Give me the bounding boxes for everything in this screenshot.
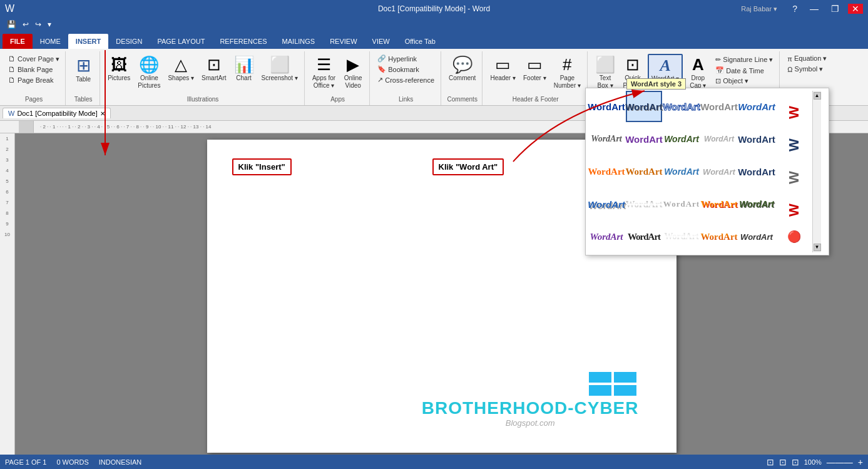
wordart-item-11[interactable]: WordArt [738,123,775,155]
hyperlink-btn[interactable]: 🔗 Hyperlink [375,54,437,63]
wordart-item-28[interactable]: WordArt [701,221,737,252]
tab-mailings[interactable]: MAILINGS [275,34,323,49]
svg-rect-2 [589,385,611,396]
equation-btn[interactable]: π Equation ▾ [785,54,829,63]
chart-btn[interactable]: 📊 Chart [232,54,257,83]
drop-cap-btn[interactable]: A DropCap ▾ [685,54,710,91]
links-stack: 🔗 Hyperlink 🔖 Bookmark ↗ Cross-reference [375,54,437,85]
tab-insert[interactable]: INSERT [68,34,108,49]
scrollbar-down[interactable]: ▼ [814,244,821,251]
pictures-btn[interactable]: 🖼 Pictures [105,54,133,83]
wordart-item-5[interactable]: WordArt [738,91,775,122]
hyperlink-icon: 🔗 [377,54,386,63]
scrollbar-up[interactable]: ▲ [814,92,821,100]
footer-btn[interactable]: ▭ Footer ▾ [521,54,549,83]
bookmark-btn[interactable]: 🔖 Bookmark [375,64,437,74]
wordart-item-26[interactable]: WordArt [626,221,662,252]
wordart-item-side-5[interactable]: 🔴 [776,221,812,252]
wordart-item-23[interactable]: WordArt [738,188,775,220]
wordart-item-27[interactable]: WordArt [663,221,700,252]
wordart-item-14[interactable]: WordArt [626,156,662,187]
apps-office-btn[interactable]: ☰ Apps forOffice ▾ [310,54,338,91]
symbol-btn[interactable]: Ω Symbol ▾ [785,64,829,74]
wordart-item-3[interactable]: WordArt [663,91,700,122]
wordart-scrollbar[interactable]: ▲ ▼ [812,91,821,252]
wordart-item-25[interactable]: WordArt [588,221,625,252]
wordart-item-8[interactable]: WordArt [626,123,662,155]
wordart-item-19[interactable]: WordArt [588,188,625,220]
save-qa-btn[interactable]: 💾 [5,19,18,30]
page-number-icon: # [563,55,571,75]
tab-references[interactable]: REFERENCES [212,34,274,49]
close-btn[interactable]: ✕ [848,4,863,14]
wordart-item-1[interactable]: WordArt [588,91,625,122]
tab-file[interactable]: FILE [3,34,33,49]
doc-tab-1[interactable]: W Doc1 [Compatibility Mode] ✕ [3,108,111,118]
tab-page-layout[interactable]: PAGE LAYOUT [150,34,212,49]
cross-ref-btn[interactable]: ↗ Cross-reference [375,75,437,85]
online-pictures-btn[interactable]: 🌐 OnlinePictures [135,54,163,91]
wordart-item-29[interactable]: WordArt [738,221,775,252]
text-box-btn[interactable]: ⬜ TextBox ▾ [593,54,618,91]
screenshot-btn[interactable]: ⬜ Screenshot ▾ [259,54,300,83]
wordart-item-20[interactable]: WordArt [626,188,662,220]
tab-home[interactable]: HOME [33,34,68,49]
doc-tab-close[interactable]: ✕ [100,110,105,117]
signature-btn[interactable]: ✏ Signature Line ▾ [713,55,775,64]
view-icon-1[interactable]: ⊡ [767,457,774,467]
tab-design[interactable]: DESIGN [108,34,150,49]
comment-icon: 💬 [452,55,472,75]
more-qa-btn[interactable]: ▾ [46,19,53,30]
shapes-icon: △ [175,55,187,75]
page-number-btn[interactable]: # PageNumber ▾ [551,54,583,91]
group-apps: ☰ Apps forOffice ▾ ▶ OnlineVideo Apps [306,51,370,105]
wordart-item-side-3[interactable]: W [776,156,812,187]
online-video-btn[interactable]: ▶ OnlineVideo [340,54,365,91]
table-btn[interactable]: ⊞ Table [71,54,96,85]
equation-icon: π [787,55,792,63]
bookmark-label: Bookmark [388,66,419,73]
apps-office-label: Apps forOffice ▾ [312,75,335,90]
wordart-item-side-1[interactable]: W [776,91,812,122]
wordart-item-4[interactable]: WordArt [701,91,737,122]
minimize-btn[interactable]: — [806,4,822,14]
wordart-item-17[interactable]: WordArt [738,156,775,187]
redo-qa-btn[interactable]: ↪ [33,19,43,30]
help-btn[interactable]: ? [789,4,801,14]
restore-btn[interactable]: ❐ [827,4,843,14]
ruler-numbers: · 2 · · 1 · · · · 1 · · 2 · · 3 · · 4 · … [34,124,211,130]
comment-btn[interactable]: 💬 Comment [446,54,478,83]
smartart-label: SmartArt [202,75,226,82]
wordart-item-22[interactable]: WordArt [701,188,737,220]
date-time-btn[interactable]: 📅 Date & Time [713,66,775,75]
wordart-item-15[interactable]: WordArt [663,156,700,187]
blank-page-btn[interactable]: 🗋 Blank Page [6,64,61,75]
tab-review[interactable]: REVIEW [322,34,364,49]
blank-page-icon: 🗋 [8,65,16,74]
language: INDONESIAN [99,458,141,466]
tab-office[interactable]: Office Tab [397,34,443,49]
shapes-btn[interactable]: △ Shapes ▾ [165,54,197,83]
word-count: 0 WORDS [56,458,88,466]
wordart-item-7[interactable]: WordArt [588,123,625,155]
zoom-slider[interactable]: ——— [827,457,853,467]
wordart-item-16[interactable]: WordArt [701,156,737,187]
header-btn[interactable]: ▭ Header ▾ [488,54,518,83]
view-icon-2[interactable]: ⊡ [779,457,787,467]
object-btn[interactable]: ⊡ Object ▾ [713,76,775,86]
smartart-btn[interactable]: ⊡ SmartArt [199,54,228,83]
wordart-item-13[interactable]: WordArt [588,156,625,187]
view-icon-3[interactable]: ⊡ [792,457,799,467]
wordart-item-side-4[interactable]: W [776,188,812,220]
page-break-btn[interactable]: 🗋 Page Break [6,75,61,85]
undo-qa-btn[interactable]: ↩ [21,19,31,30]
tab-view[interactable]: VIEW [365,34,397,49]
wordart-item-side-2[interactable]: W [776,123,812,155]
wordart-item-9[interactable]: WordArt [663,123,700,155]
zoom-in-btn[interactable]: + [858,457,863,467]
cover-page-btn[interactable]: 🗋 Cover Page ▾ [6,54,61,64]
online-video-label: OnlineVideo [344,75,362,90]
wordart-item-21[interactable]: WordArt [663,188,700,220]
wordart-item-2[interactable]: WordArt WordArt style 3 [626,91,662,122]
wordart-item-10[interactable]: WordArt [701,123,737,155]
